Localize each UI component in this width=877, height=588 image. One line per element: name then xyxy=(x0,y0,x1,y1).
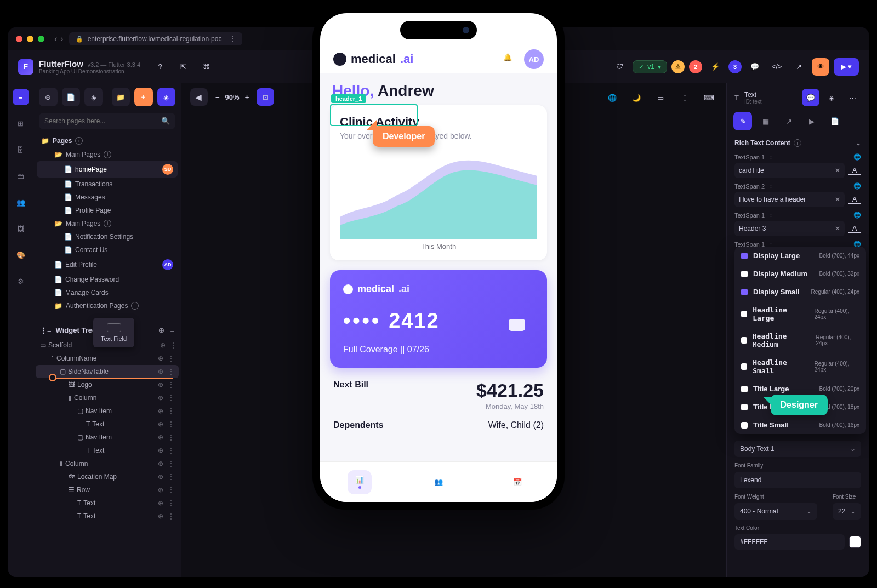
page-group[interactable]: 📁 Authentication Pages i xyxy=(37,299,178,312)
url-menu-icon[interactable]: ⋮ xyxy=(229,35,236,43)
page-item[interactable]: 📄Messages xyxy=(37,191,178,204)
text-color-swatch[interactable] xyxy=(849,536,861,548)
tool-folder-icon[interactable]: 📁 xyxy=(112,88,130,106)
textspan-input[interactable]: Header 3✕ xyxy=(734,221,845,236)
typography-option[interactable]: Headline SmallRegular (400), 24px xyxy=(734,353,866,380)
preview-button[interactable]: 👁 xyxy=(812,58,829,76)
textspan-input[interactable]: cardTitle✕ xyxy=(734,163,845,178)
widget-tree-item[interactable]: ☰Row⊕⋮ xyxy=(36,483,179,496)
lightning-icon[interactable]: ⚡ xyxy=(707,58,724,76)
help-icon[interactable]: ? xyxy=(151,58,169,76)
rail-database-icon[interactable]: 🗄 xyxy=(13,141,29,158)
clear-icon[interactable]: ✕ xyxy=(835,225,840,232)
widget-tree-item[interactable]: ⫿Column⊕⋮ xyxy=(36,391,179,404)
widget-tree-item[interactable]: TText⊕⋮ xyxy=(36,418,179,431)
tree-settings-icon[interactable]: ≡ xyxy=(170,326,174,334)
page-item[interactable]: 📄Manage Cards xyxy=(37,286,178,299)
clear-icon[interactable]: ✕ xyxy=(835,196,840,203)
warning-badge[interactable]: ⚠ xyxy=(671,60,685,73)
chat-icon[interactable]: 💬 xyxy=(746,58,764,76)
widget-tree-item[interactable]: ⫿ColumnName⊕⋮ xyxy=(36,352,179,365)
tool-add-button[interactable]: ＋ xyxy=(134,88,153,106)
widget-tree-item[interactable]: TText⊕⋮ xyxy=(36,444,179,457)
fit-screen-icon[interactable]: ⊡ xyxy=(257,88,274,106)
typography-option[interactable]: Title SmallBold (700), 16px xyxy=(734,416,866,434)
tool-page-icon[interactable]: 📄 xyxy=(62,88,81,106)
maximize-dot[interactable] xyxy=(38,36,44,42)
rail-widgets-icon[interactable]: ⊞ xyxy=(13,115,29,132)
bell-icon[interactable]: 🔔 xyxy=(503,53,515,65)
tablet-icon[interactable]: ▭ xyxy=(652,89,669,106)
page-item[interactable]: 📄Change Password xyxy=(37,273,178,286)
text-style-icon[interactable]: A xyxy=(848,166,861,175)
tool-diamond-icon[interactable]: ◈ xyxy=(84,88,103,106)
zoom-in-icon[interactable]: + xyxy=(245,93,249,101)
page-item[interactable]: 📄Profile Page xyxy=(37,204,178,217)
widget-tree-item[interactable]: TText⊕⋮ xyxy=(36,496,179,510)
tool-widget-icon[interactable]: ⊕ xyxy=(39,88,58,106)
code-icon[interactable]: </> xyxy=(768,58,785,76)
widget-tree-item[interactable]: 🖼Logo⊕⋮ xyxy=(36,378,179,391)
nav-back-icon[interactable]: ‹ xyxy=(54,34,57,44)
command-icon[interactable]: ⌘ xyxy=(197,58,215,76)
typography-option[interactable]: Display LargeBold (700), 44px xyxy=(734,247,866,265)
nav-forward-icon[interactable]: › xyxy=(60,34,63,44)
tab-layout-icon[interactable]: ▦ xyxy=(756,112,775,130)
globe-icon[interactable]: 🌐 xyxy=(603,89,621,106)
widget-tree-item[interactable]: ▢SideNavTable⊕⋮ xyxy=(36,365,179,378)
page-item[interactable]: 📄Edit ProfileAD xyxy=(37,256,178,273)
minimize-dot[interactable] xyxy=(27,36,33,42)
phone-icon[interactable]: ▯ xyxy=(676,89,693,106)
add-widget-icon[interactable]: ⊕ xyxy=(158,326,164,334)
textspan-input[interactable]: I love to have a header✕ xyxy=(734,192,845,207)
zoom-out-icon[interactable]: − xyxy=(215,93,220,101)
share-icon[interactable]: ⇱ xyxy=(174,58,192,76)
rail-pages-icon[interactable]: ≡ xyxy=(13,89,29,105)
avatar[interactable]: AD xyxy=(524,49,544,69)
font-weight-select[interactable]: 400 - Normal⌄ xyxy=(734,503,817,520)
issues-badge[interactable]: 2 xyxy=(689,60,702,73)
page-item[interactable]: 📄Notification Settings xyxy=(37,230,178,243)
close-dot[interactable] xyxy=(16,36,22,42)
widget-tree-item[interactable]: 🗺Location Map⊕⋮ xyxy=(36,470,179,483)
typography-option[interactable]: Headline LargeRegular (400), 24px xyxy=(734,301,866,327)
page-item[interactable]: 📄homePageSU xyxy=(37,161,178,178)
shield-icon[interactable]: 🛡 xyxy=(611,58,628,76)
widget-tree-item[interactable]: ⫿Column⊕⋮ xyxy=(36,457,179,470)
rail-storage-icon[interactable]: 🗃 xyxy=(13,168,29,184)
url-bar[interactable]: 🔒 enterprise.flutterflow.io/medical-regu… xyxy=(69,32,243,45)
darkmode-icon[interactable]: 🌙 xyxy=(628,89,645,106)
tab-properties-icon[interactable]: ✎ xyxy=(733,112,752,130)
keyboard-icon[interactable]: ⌨ xyxy=(700,89,717,106)
tab-stats-icon[interactable]: 📊 xyxy=(348,470,372,494)
widget-tree-item[interactable]: ▢Nav Item⊕⋮ xyxy=(36,404,179,418)
widget-tree-item[interactable]: TText⊕⋮ xyxy=(36,510,179,523)
page-group[interactable]: 📂 Main Pages i xyxy=(37,217,178,230)
rich-text-section[interactable]: Rich Text Content i⌄ xyxy=(727,135,869,151)
rail-assets-icon[interactable]: 🖼 xyxy=(13,220,29,237)
tool-component-icon[interactable]: ◈ xyxy=(157,88,176,106)
clear-icon[interactable]: ✕ xyxy=(835,167,840,174)
pages-header[interactable]: 📁 Pages i xyxy=(33,134,181,148)
tab-calendar-icon[interactable]: 📅 xyxy=(505,470,529,494)
search-input[interactable] xyxy=(39,113,175,129)
open-external-icon[interactable]: ↗ xyxy=(790,58,807,76)
typography-option[interactable]: Headline MediumRegular (400), 24px xyxy=(734,327,866,353)
page-group[interactable]: 📂 Main Pages i xyxy=(37,148,178,161)
typography-option[interactable]: Display SmallRegular (400), 24px xyxy=(734,283,866,301)
typography-option[interactable]: Display MediumBold (700), 32px xyxy=(734,265,866,283)
rail-theme-icon[interactable]: 🎨 xyxy=(13,247,29,263)
collapse-left-icon[interactable]: ◀| xyxy=(190,88,208,106)
rail-api-icon[interactable]: 👥 xyxy=(13,194,29,210)
tab-actions-icon[interactable]: ↗ xyxy=(779,112,798,130)
page-item[interactable]: 📄Transactions xyxy=(37,178,178,191)
tab-animations-icon[interactable]: ▶ xyxy=(802,112,821,130)
tab-docs-icon[interactable]: 📄 xyxy=(825,112,844,130)
comments-badge[interactable]: 3 xyxy=(728,60,742,73)
font-size-select[interactable]: 22⌄ xyxy=(833,503,861,520)
chat-action-icon[interactable]: 💬 xyxy=(802,89,819,106)
text-style-icon[interactable]: A xyxy=(848,224,861,233)
text-color-input[interactable]: #FFFFFF xyxy=(734,534,845,550)
rail-settings-icon[interactable]: ⚙ xyxy=(13,273,29,289)
run-button[interactable]: ▶ ▾ xyxy=(834,58,859,76)
